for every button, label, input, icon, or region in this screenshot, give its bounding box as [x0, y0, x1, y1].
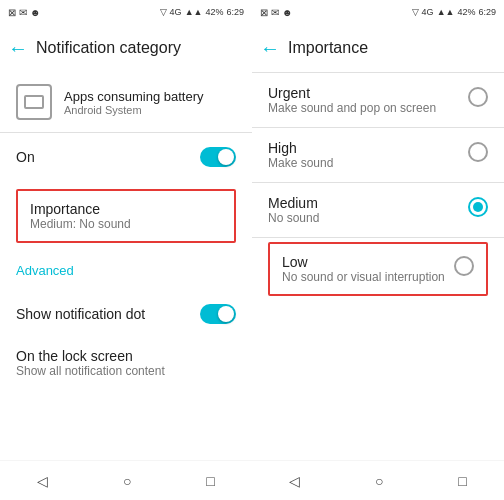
option-urgent[interactable]: Urgent Make sound and pop on screen — [252, 73, 504, 127]
status-icons-right-right: ▽ 4G ▲▲ 42% 6:29 — [412, 7, 496, 17]
nav-recent-left[interactable]: □ — [206, 473, 214, 489]
nav-home-left[interactable]: ○ — [123, 473, 131, 489]
back-button-right[interactable]: ← — [260, 37, 280, 60]
status-bar-left: ⊠ ✉ ☻ ▽ 4G ▲▲ 42% 6:29 — [0, 0, 252, 24]
nav-back-left[interactable]: ◁ — [37, 473, 48, 489]
signal-icon-r: 4G — [422, 7, 434, 17]
top-bar-left: ← Notification category — [0, 24, 252, 72]
option-medium-title: Medium — [268, 195, 319, 211]
mail-icon: ✉ — [19, 7, 27, 18]
nav-bar-left: ◁ ○ □ — [0, 460, 252, 500]
option-urgent-title: Urgent — [268, 85, 436, 101]
radio-urgent[interactable] — [468, 87, 488, 107]
mail-icon-r: ✉ — [271, 7, 279, 18]
radio-medium[interactable] — [468, 197, 488, 217]
status-bar-right: ⊠ ✉ ☻ ▽ 4G ▲▲ 42% 6:29 — [252, 0, 504, 24]
option-high-text: High Make sound — [268, 140, 333, 170]
whatsapp-icon: ⊠ — [8, 7, 16, 18]
option-high-title: High — [268, 140, 333, 156]
option-urgent-sub: Make sound and pop on screen — [268, 101, 436, 115]
app-row: Apps consuming battery Android System — [0, 72, 252, 132]
battery-left: 42% — [205, 7, 223, 17]
page-title-left: Notification category — [36, 39, 181, 57]
divider-r4 — [252, 237, 504, 238]
app-info: Apps consuming battery Android System — [64, 89, 203, 116]
option-low-title: Low — [282, 254, 445, 270]
lock-screen-row[interactable]: On the lock screen Show all notification… — [0, 338, 252, 388]
page-title-right: Importance — [288, 39, 368, 57]
option-medium-text: Medium No sound — [268, 195, 319, 225]
option-medium[interactable]: Medium No sound — [252, 183, 504, 237]
signal-icon: 4G — [170, 7, 182, 17]
lock-screen-subtitle: Show all notification content — [16, 364, 236, 378]
android-icon-r: ☻ — [282, 7, 293, 18]
signal-bars: ▲▲ — [185, 7, 203, 17]
back-button-left[interactable]: ← — [8, 37, 28, 60]
app-icon-inner — [24, 95, 44, 109]
app-icon — [16, 84, 52, 120]
nav-recent-right[interactable]: □ — [458, 473, 466, 489]
whatsapp-icon-r: ⊠ — [260, 7, 268, 18]
battery-right: 42% — [457, 7, 475, 17]
option-low-box[interactable]: Low No sound or visual interruption — [268, 242, 488, 296]
on-label: On — [16, 149, 35, 165]
importance-title: Importance — [30, 201, 222, 217]
notification-dot-row: Show notification dot — [0, 290, 252, 338]
left-panel: ⊠ ✉ ☻ ▽ 4G ▲▲ 42% 6:29 ← Notification ca… — [0, 0, 252, 500]
radio-high[interactable] — [468, 142, 488, 162]
option-low-sub: No sound or visual interruption — [282, 270, 445, 284]
right-panel: ⊠ ✉ ☻ ▽ 4G ▲▲ 42% 6:29 ← Importance Urge… — [252, 0, 504, 500]
option-urgent-text: Urgent Make sound and pop on screen — [268, 85, 436, 115]
radio-low[interactable] — [454, 256, 474, 276]
notification-dot-toggle[interactable] — [200, 304, 236, 324]
option-medium-sub: No sound — [268, 211, 319, 225]
importance-box[interactable]: Importance Medium: No sound — [16, 189, 236, 243]
on-setting-row: On — [0, 133, 252, 181]
status-icons-right-left: ⊠ ✉ ☻ — [260, 7, 293, 18]
top-bar-right: ← Importance — [252, 24, 504, 72]
option-high[interactable]: High Make sound — [252, 128, 504, 182]
android-icon: ☻ — [30, 7, 41, 18]
status-icons-left: ⊠ ✉ ☻ — [8, 7, 41, 18]
time-left: 6:29 — [226, 7, 244, 17]
app-name: Apps consuming battery — [64, 89, 203, 104]
wifi-icon-r: ▽ — [412, 7, 419, 17]
option-low-text: Low No sound or visual interruption — [282, 254, 445, 284]
advanced-link[interactable]: Advanced — [0, 251, 252, 290]
notification-dot-label: Show notification dot — [16, 306, 145, 322]
radio-medium-fill — [473, 202, 483, 212]
nav-home-right[interactable]: ○ — [375, 473, 383, 489]
on-toggle[interactable] — [200, 147, 236, 167]
status-icons-right: ▽ 4G ▲▲ 42% 6:29 — [160, 7, 244, 17]
signal-bars-r: ▲▲ — [437, 7, 455, 17]
app-subtitle: Android System — [64, 104, 203, 116]
importance-subtitle: Medium: No sound — [30, 217, 222, 231]
nav-bar-right: ◁ ○ □ — [252, 460, 504, 500]
nav-back-right[interactable]: ◁ — [289, 473, 300, 489]
lock-screen-title: On the lock screen — [16, 348, 236, 364]
option-high-sub: Make sound — [268, 156, 333, 170]
time-right: 6:29 — [478, 7, 496, 17]
wifi-icon: ▽ — [160, 7, 167, 17]
